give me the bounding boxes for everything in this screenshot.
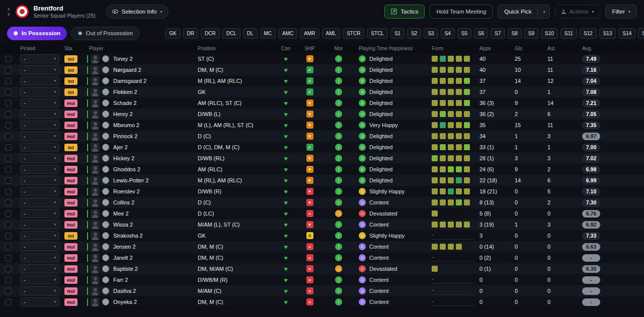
position-chip-stcl[interactable]: STCL <box>367 28 388 39</box>
chevron-up-icon[interactable]: ∧ <box>7 7 11 11</box>
filter-button[interactable]: Filter ▾ <box>605 5 637 19</box>
player-row[interactable]: -▾ Hol Collins 2 D (C) ♥ ▼ ↑ ☺Content 8 … <box>0 197 644 208</box>
player-row[interactable]: -▾ Hol Schade 2 AM (RLC), ST (C) ♥ ▼ ↑ ☺… <box>0 97 644 109</box>
picked-checkbox[interactable] <box>5 155 12 162</box>
picked-checkbox[interactable] <box>5 78 12 84</box>
quick-pick-button[interactable]: Quick Pick ▾ <box>498 5 549 19</box>
player-name[interactable]: Mbeumo 2 <box>113 122 139 128</box>
position-chip-s14[interactable]: S14 <box>618 28 635 39</box>
picked-dropdown[interactable]: -▾ <box>20 275 59 284</box>
picked-dropdown[interactable]: -▾ <box>20 231 59 240</box>
player-row[interactable]: -▾ Hol Wissa 2 M/AM (L), ST (C) ♥ ▼ ↑ ☺C… <box>0 219 644 230</box>
picked-dropdown[interactable]: -▾ <box>20 253 59 262</box>
position-chip-mc[interactable]: MC <box>260 28 276 39</box>
player-row[interactable]: -▾ Hol Dasilva 2 M/AM (C) ♥ × ↑ ☺Content… <box>0 285 644 296</box>
position-chip-stcr[interactable]: STCR <box>343 28 364 39</box>
picked-checkbox[interactable] <box>5 288 12 294</box>
column-gls[interactable]: Gls <box>510 46 542 51</box>
position-chip-amr[interactable]: AMR <box>300 28 319 39</box>
picked-checkbox[interactable] <box>5 144 12 151</box>
actions-button[interactable]: Actions ▾ <box>555 5 601 19</box>
player-row[interactable]: -▾ Int Strakosha 2 GK ♥ = ↑ ☺Slightly Ha… <box>0 230 644 241</box>
picked-dropdown[interactable]: -▾ <box>20 165 59 174</box>
column-sta[interactable]: Sta. <box>59 46 82 51</box>
picked-dropdown[interactable]: -▾ <box>20 76 59 85</box>
hold-team-meeting-button[interactable]: Hold Team Meeting <box>430 5 493 19</box>
picked-checkbox[interactable] <box>5 89 12 95</box>
picked-dropdown[interactable]: -▾ <box>20 220 59 229</box>
player-row[interactable]: -▾ Hol Pinnock 2 D (C) ♥ ▼ ↑ ☺Delighted … <box>0 131 644 142</box>
position-chip-s9[interactable]: S9 <box>524 28 538 39</box>
picked-checkbox[interactable] <box>5 199 12 206</box>
picked-checkbox[interactable] <box>5 100 12 107</box>
player-name[interactable]: Baptiste 2 <box>113 266 138 272</box>
player-row[interactable]: -▾ Hol Mee 2 D (LC) ♥ × → ☺Devastated 5 … <box>0 208 644 219</box>
player-row[interactable]: -▾ Hol Farr 2 D/WB/M (R) ♥ × ↑ ☺Content … <box>0 274 644 285</box>
position-chip-s1[interactable]: S1 <box>390 28 405 39</box>
picked-checkbox[interactable] <box>5 122 12 129</box>
picked-checkbox[interactable] <box>5 277 12 283</box>
column-ast[interactable]: Ast <box>542 46 575 51</box>
picked-dropdown[interactable]: -▾ <box>20 286 59 295</box>
picked-checkbox[interactable] <box>5 266 12 272</box>
player-name[interactable]: Lewis-Potter 2 <box>113 177 148 183</box>
player-row[interactable]: -▾ Hol Mbeumo 2 M (L), AM (RL), ST (C) ♥… <box>0 120 644 131</box>
column-con[interactable]: Con <box>276 46 296 51</box>
picked-dropdown[interactable]: -▾ <box>20 264 59 273</box>
player-name[interactable]: Nørgaard 2 <box>113 67 141 73</box>
player-name[interactable]: Hickey 2 <box>113 155 134 161</box>
picked-dropdown[interactable]: -▾ <box>20 87 59 96</box>
position-chip-s7[interactable]: S7 <box>491 28 505 39</box>
picked-dropdown[interactable]: -▾ <box>20 297 59 306</box>
picked-checkbox[interactable] <box>5 233 12 239</box>
player-name[interactable]: Jensen 2 <box>113 244 136 250</box>
tactics-button[interactable]: Tactics <box>384 5 425 19</box>
player-row[interactable]: -▾ Int Toney 2 ST (C) ♥ ▼ ↑ ☺Delighted 4… <box>0 53 644 64</box>
picked-checkbox[interactable] <box>5 177 12 184</box>
picked-dropdown[interactable]: -▾ <box>20 110 59 119</box>
player-name[interactable]: Roerslev 2 <box>113 188 140 194</box>
player-row[interactable]: -▾ Hol Henry 2 D/WB (L) ♥ ▼ ↑ ☺Delighted… <box>0 109 644 120</box>
position-chip-aml[interactable]: AML <box>322 28 341 39</box>
player-row[interactable]: -▾ Hol Baptiste 2 DM, M/AM (C) ♥ × → ☺De… <box>0 263 644 274</box>
column-playing-time-happiness[interactable]: Playing Time Happiness <box>354 46 427 51</box>
player-row[interactable]: -▾ Hol Onyeka 2 DM, M (C) ♥ × ↑ ☺Content… <box>0 296 644 307</box>
tab-out-of-possession[interactable]: ◉ Out of Possession <box>71 27 140 40</box>
picked-checkbox[interactable] <box>5 67 12 73</box>
player-name[interactable]: Flekken 2 <box>113 89 137 95</box>
picked-checkbox[interactable] <box>5 299 12 305</box>
player-row[interactable]: -▾ Hol Hickey 2 D/WB (RL) ♥ ▼ ↑ ☺Delight… <box>0 153 644 164</box>
picked-checkbox[interactable] <box>5 56 12 62</box>
player-name[interactable]: Farr 2 <box>113 277 128 283</box>
picked-checkbox[interactable] <box>5 222 12 228</box>
selection-info-button[interactable]: Selection Info ▾ <box>106 5 169 19</box>
column-picked[interactable]: Picked <box>15 46 59 51</box>
player-name[interactable]: Ghoddos 2 <box>113 166 140 172</box>
position-chip-s3[interactable]: S3 <box>424 28 438 39</box>
column-avg[interactable]: Avg. <box>575 46 644 51</box>
position-chip-s15[interactable]: S15 <box>638 28 644 39</box>
column-form[interactable]: Form <box>427 46 474 51</box>
position-chip-dcl[interactable]: DCL <box>222 28 240 39</box>
player-row[interactable]: -▾ Int Flekken 2 GK ♥ ✓ ↑ ☺Delighted 37 … <box>0 86 644 97</box>
player-row[interactable]: -▾ Hol Jensen 2 DM, M (C) ♥ × ↑ ☺Content… <box>0 241 644 252</box>
position-chip-s5[interactable]: S5 <box>457 28 471 39</box>
player-row[interactable]: -▾ Int Damsgaard 2 M (RL), AM (RLC) ♥ ✓ … <box>0 75 644 86</box>
picked-checkbox[interactable] <box>5 255 12 261</box>
position-chip-dr[interactable]: DR <box>183 28 198 39</box>
picked-dropdown[interactable]: -▾ <box>20 198 59 207</box>
position-chip-dcr[interactable]: DCR <box>201 28 220 39</box>
picked-dropdown[interactable]: -▾ <box>20 121 59 130</box>
picked-dropdown[interactable]: -▾ <box>20 132 59 141</box>
position-chip-s8[interactable]: S8 <box>508 28 522 39</box>
picked-checkbox[interactable] <box>5 111 12 118</box>
player-name[interactable]: Toney 2 <box>113 56 133 62</box>
column-player[interactable]: Player <box>82 46 193 51</box>
position-chip-amc[interactable]: AMC <box>278 28 297 39</box>
player-name[interactable]: Ajer 2 <box>113 144 128 150</box>
position-chip-gk[interactable]: GK <box>165 28 180 39</box>
picked-dropdown[interactable]: -▾ <box>20 54 59 63</box>
player-row[interactable]: -▾ Hol Janelt 2 DM, M (C) ♥ × ↑ ☺Content… <box>0 252 644 263</box>
position-chip-dl[interactable]: DL <box>243 28 258 39</box>
player-name[interactable]: Janelt 2 <box>113 255 133 261</box>
